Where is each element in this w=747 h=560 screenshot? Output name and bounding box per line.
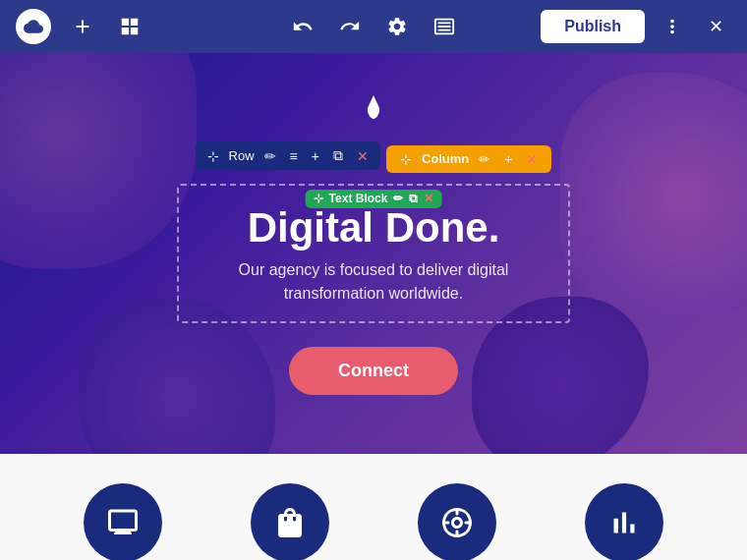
toolbar-center <box>287 11 460 42</box>
col-close-icon[interactable]: ✕ <box>522 149 542 169</box>
hero-title: ⊹ Text Block ✏ ⧉ ✕ Digital Done. <box>208 205 539 251</box>
col-add-icon[interactable]: + <box>500 149 516 169</box>
textblock-copy-icon[interactable]: ⧉ <box>409 193 418 205</box>
settings-icon[interactable] <box>381 11 413 42</box>
col-edit-icon[interactable]: ✏ <box>475 149 494 169</box>
preview-icon[interactable] <box>429 11 460 42</box>
service-item-data: Data analysis and research <box>555 483 693 560</box>
hero-section: ⊹ Row ✏ ≡ + ⧉ ✕ ⊹ Column ✏ + ✕ ⊹ <box>0 53 747 454</box>
data-icon-circle <box>585 483 663 560</box>
layout-icon[interactable] <box>114 11 145 42</box>
bag-icon <box>272 505 308 540</box>
ecommerce-icon-circle <box>251 483 329 560</box>
chart-icon <box>606 505 642 540</box>
service-item-ecommerce: eCommerce powered solutions <box>221 483 359 560</box>
maintenance-icon-circle <box>418 483 496 560</box>
services-section: UI/UX design and prototyping eCommerce p… <box>0 454 747 560</box>
support-icon <box>439 505 475 540</box>
undo-icon[interactable] <box>287 11 318 42</box>
row-add-icon[interactable]: + <box>308 146 323 166</box>
monitor-icon <box>105 505 141 540</box>
hero-subtitle: Our agency is focused to deliver digital… <box>208 258 539 306</box>
row-toolbar: ⊹ Row ✏ ≡ + ⧉ ✕ <box>196 141 380 170</box>
cloud-icon[interactable] <box>16 9 51 44</box>
toolbars-row: ⊹ Row ✏ ≡ + ⧉ ✕ ⊹ Column ✏ + ✕ <box>196 141 552 176</box>
service-item-maintenance: Maintenance and online support <box>388 483 526 560</box>
toolbar-left <box>16 9 271 44</box>
row-copy-icon[interactable]: ⧉ <box>329 145 347 166</box>
logo-drop-icon <box>356 92 391 132</box>
textblock-move-icon[interactable]: ⊹ <box>314 193 323 205</box>
publish-button[interactable]: Publish <box>541 10 645 43</box>
col-move-icon[interactable]: ⊹ <box>396 149 416 169</box>
row-move-icon[interactable]: ⊹ <box>203 146 223 166</box>
main-toolbar: Publish ✕ <box>0 0 747 53</box>
toolbar-right: Publish ✕ <box>476 10 731 43</box>
col-label: Column <box>422 151 469 166</box>
col-toolbar: ⊹ Column ✏ + ✕ <box>386 145 552 173</box>
canvas-area: ⊹ Row ✏ ≡ + ⧉ ✕ ⊹ Column ✏ + ✕ ⊹ <box>0 53 747 560</box>
service-item-uiux: UI/UX design and prototyping <box>54 483 192 560</box>
add-icon[interactable] <box>67 11 98 42</box>
uiux-icon-circle <box>84 483 162 560</box>
connect-button[interactable]: Connect <box>289 347 458 395</box>
redo-icon[interactable] <box>334 11 366 42</box>
textblock-label: Text Block <box>329 193 388 205</box>
hero-title-text: Digital Done. <box>248 204 500 251</box>
more-icon[interactable] <box>657 11 688 42</box>
text-block-toolbar: ⊹ Text Block ✏ ⧉ ✕ <box>306 190 442 208</box>
row-lines-icon[interactable]: ≡ <box>286 146 302 166</box>
textblock-close-icon[interactable]: ✕ <box>424 193 433 205</box>
bg-blob-3 <box>560 73 747 318</box>
bg-blob-1 <box>0 53 197 269</box>
hero-content-box: ⊹ Text Block ✏ ⧉ ✕ Digital Done. Our age… <box>177 184 570 323</box>
close-icon[interactable]: ✕ <box>700 11 731 42</box>
row-edit-icon[interactable]: ✏ <box>260 146 280 166</box>
row-label: Row <box>229 148 255 163</box>
row-close-icon[interactable]: ✕ <box>353 146 373 166</box>
textblock-edit-icon[interactable]: ✏ <box>393 193 403 205</box>
